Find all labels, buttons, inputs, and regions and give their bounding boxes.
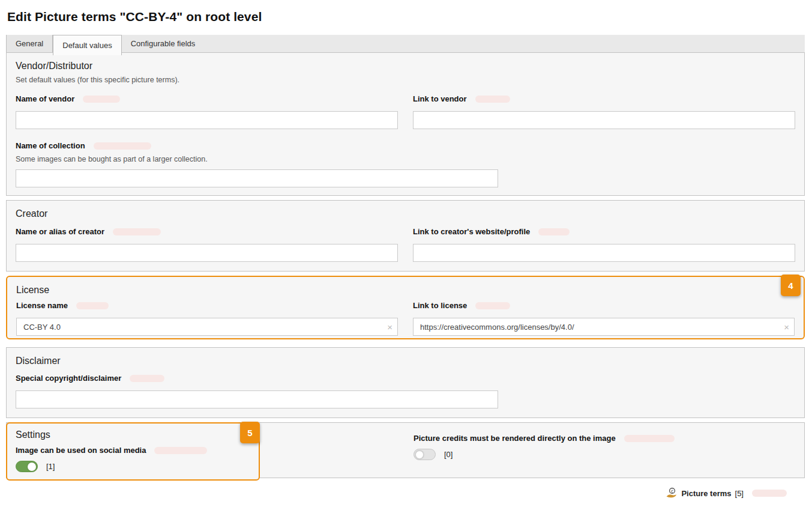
social-media-label: Image can be used on social media xyxy=(16,446,146,455)
link-to-vendor-input[interactable] xyxy=(413,111,795,129)
toggle-knob xyxy=(28,463,36,471)
name-of-creator-label: Name or alias of creator xyxy=(16,227,104,236)
section-vendor-distributor: Vendor/Distributor Set default values (f… xyxy=(6,52,805,196)
license-name-label: License name xyxy=(16,301,68,310)
faint-annotation xyxy=(624,435,675,442)
social-media-toggle[interactable] xyxy=(16,461,38,472)
section-license: 4 License License name × Link to license… xyxy=(6,276,805,339)
annotation-badge-5: 5 xyxy=(240,422,260,443)
tab-default-values[interactable]: Default values xyxy=(53,35,121,55)
faint-annotation xyxy=(94,142,151,150)
picture-terms-count: [5] xyxy=(735,489,744,498)
license-section-heading: License xyxy=(7,285,804,296)
svg-text:c: c xyxy=(671,488,673,494)
tab-bar: General Default values Configurable fiel… xyxy=(6,35,805,52)
special-disclaimer-input[interactable] xyxy=(16,390,498,408)
faint-annotation xyxy=(475,96,510,103)
annotation-badge-4: 4 xyxy=(781,275,801,296)
section-creator: Creator Name or alias of creator Link to… xyxy=(6,200,805,272)
picture-credits-state: [0] xyxy=(444,450,453,459)
link-to-license-input[interactable] xyxy=(413,318,795,336)
name-of-creator-input[interactable] xyxy=(16,244,398,262)
faint-annotation xyxy=(154,447,207,454)
name-of-vendor-label: Name of vendor xyxy=(16,94,74,103)
faint-annotation xyxy=(76,302,109,309)
picture-terms-icon: c xyxy=(666,487,678,499)
special-disclaimer-label: Special copyright/disclaimer xyxy=(16,374,121,383)
faint-annotation xyxy=(538,228,570,235)
section-disclaimer: Disclaimer Special copyright/disclaimer xyxy=(6,347,805,418)
faint-annotation xyxy=(113,228,161,235)
main-container: General Default values Configurable fiel… xyxy=(6,35,805,499)
settings-section-heading: Settings xyxy=(16,430,250,440)
social-media-state: [1] xyxy=(46,462,55,471)
clear-icon[interactable]: × xyxy=(784,323,789,332)
picture-terms-link[interactable]: Picture terms xyxy=(681,489,731,498)
toggle-knob xyxy=(415,451,424,459)
link-to-vendor-label: Link to vendor xyxy=(413,94,467,103)
name-of-collection-input[interactable] xyxy=(16,169,498,187)
link-to-creator-label: Link to creator's website/profile xyxy=(413,227,530,236)
name-of-collection-label: Name of collection xyxy=(16,141,85,150)
disclaimer-section-heading: Disclaimer xyxy=(7,356,804,366)
picture-credits-toggle[interactable] xyxy=(414,449,436,460)
settings-highlight-box: 5 Settings Image can be used on social m… xyxy=(6,422,260,481)
tab-configurable-fields[interactable]: Configurable fields xyxy=(122,35,205,52)
name-of-collection-help: Some images can be bought as part of a l… xyxy=(16,155,795,163)
faint-annotation xyxy=(475,302,510,309)
picture-credits-label: Picture credits must be rendered directl… xyxy=(414,434,616,443)
link-to-creator-input[interactable] xyxy=(413,244,795,262)
faint-annotation xyxy=(83,96,120,103)
faint-annotation xyxy=(752,490,787,497)
page-title: Edit Picture terms "CC-BY-4" on root lev… xyxy=(7,10,805,24)
link-to-license-label: Link to license xyxy=(413,301,467,310)
vendor-section-heading: Vendor/Distributor xyxy=(7,61,804,71)
vendor-section-help: Set default values (for this specific pi… xyxy=(7,76,804,84)
clear-icon[interactable]: × xyxy=(387,323,392,332)
section-settings: 5 Settings Image can be used on social m… xyxy=(6,422,805,478)
faint-annotation xyxy=(130,375,164,382)
creator-section-heading: Creator xyxy=(7,208,804,219)
tab-general[interactable]: General xyxy=(6,35,53,52)
footer: c Picture terms [5] xyxy=(6,487,787,499)
license-name-input[interactable] xyxy=(16,318,398,336)
name-of-vendor-input[interactable] xyxy=(16,111,398,129)
